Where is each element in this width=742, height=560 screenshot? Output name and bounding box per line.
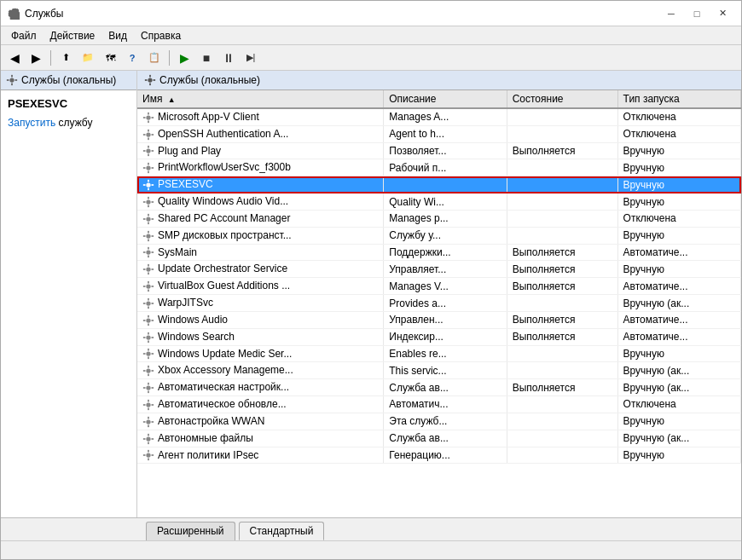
service-status-cell: Выполняется <box>507 379 617 396</box>
table-row[interactable]: Автоматическая настройк...Служба ав...Вы… <box>137 379 741 396</box>
up-button[interactable]: ⬆ <box>55 49 76 67</box>
start-service-link[interactable]: Запустить <box>8 117 55 129</box>
table-row[interactable]: Агент политики IPsecГенерацию...Вручную <box>137 447 741 464</box>
service-status-cell <box>507 108 617 125</box>
service-name-cell: Microsoft App-V Client <box>137 108 384 125</box>
service-startup-cell: Отключена <box>617 108 740 125</box>
svg-rect-19 <box>152 134 154 136</box>
stop-service-button[interactable]: ■ <box>196 49 217 67</box>
show-hide-button[interactable]: 📁 <box>78 49 98 67</box>
pause-service-button[interactable]: ⏸ <box>218 49 239 67</box>
service-startup-cell: Автоматиче... <box>617 244 740 261</box>
svg-rect-41 <box>148 214 149 216</box>
table-row[interactable]: Windows Update Medic Ser...Enables re...… <box>137 345 741 362</box>
svg-rect-84 <box>152 354 154 355</box>
table-row[interactable]: WarpJITSvcProvides a...Вручную (ак... <box>137 295 741 312</box>
services-table[interactable]: Имя ▲ Описание Состояние Тип запуска <box>137 90 741 517</box>
tab-extended[interactable]: Расширенный <box>146 522 235 540</box>
service-name-text: Xbox Accessory Manageme... <box>158 364 293 376</box>
col-description[interactable]: Описание <box>384 90 507 108</box>
close-button[interactable]: ✕ <box>710 5 734 22</box>
start-service-suffix: службу <box>55 117 92 129</box>
svg-rect-68 <box>143 303 146 304</box>
map-button[interactable]: 🗺 <box>100 49 120 67</box>
svg-rect-28 <box>143 167 146 169</box>
svg-rect-71 <box>148 315 149 318</box>
table-row[interactable]: Plug and PlayПозволяет...ВыполняетсяВруч… <box>137 142 741 159</box>
col-name[interactable]: Имя ▲ <box>137 90 384 108</box>
service-name-cell: SysMain <box>137 244 384 261</box>
svg-rect-33 <box>143 184 146 186</box>
tab-standard[interactable]: Стандартный <box>239 522 325 540</box>
svg-point-60 <box>146 284 150 288</box>
table-row[interactable]: VirtualBox Guest Additions ...Manages V.… <box>137 278 741 295</box>
menu-file[interactable]: Файл <box>4 28 43 43</box>
service-desc-cell: Manages V... <box>384 278 507 295</box>
svg-rect-61 <box>148 281 149 284</box>
service-desc-cell: Служба ав... <box>384 379 507 396</box>
table-row[interactable]: Автономные файлыСлужба ав...Вручную (ак.… <box>137 430 741 447</box>
service-status-cell <box>507 227 617 244</box>
table-row[interactable]: Автоматическое обновле...Автоматич...Отк… <box>137 396 741 413</box>
service-name-cell: Update Orchestrator Service <box>137 261 384 278</box>
table-row[interactable]: Windows AudioУправлен...ВыполняетсяАвтом… <box>137 311 741 328</box>
service-name-cell: OpenSSH Authentication A... <box>137 125 384 142</box>
svg-point-10 <box>146 115 150 119</box>
col-startup[interactable]: Тип запуска <box>617 90 740 108</box>
table-row[interactable]: Windows SearchИндексир...ВыполняетсяАвто… <box>137 328 741 345</box>
service-name-text: Microsoft App-V Client <box>158 111 259 123</box>
sort-arrow-name: ▲ <box>168 95 176 104</box>
service-name-text: Windows Audio <box>158 314 228 326</box>
right-panel-icon <box>144 74 156 86</box>
export-button[interactable]: 📋 <box>144 49 165 67</box>
service-startup-cell: Вручную (ак... <box>617 379 740 396</box>
menu-action[interactable]: Действие <box>43 28 102 43</box>
service-status-cell <box>507 413 617 430</box>
svg-rect-97 <box>148 407 149 410</box>
service-startup-cell: Вручную <box>617 193 740 211</box>
table-row[interactable]: PSEXESVCВручную <box>137 176 741 193</box>
table-row[interactable]: Quality Windows Audio Vid...Quality Wi..… <box>137 193 741 211</box>
svg-rect-53 <box>143 252 146 254</box>
svg-rect-29 <box>152 167 154 169</box>
svg-point-65 <box>146 301 150 305</box>
svg-rect-63 <box>143 286 146 287</box>
maximize-button[interactable]: □ <box>685 5 709 22</box>
help-btn[interactable]: ? <box>122 49 142 67</box>
table-row[interactable]: Update Orchestrator ServiceУправляет...В… <box>137 261 741 278</box>
svg-rect-113 <box>143 455 146 457</box>
service-startup-cell: Вручную (ак... <box>617 362 740 379</box>
svg-point-110 <box>146 453 150 458</box>
service-startup-cell: Вручную <box>617 159 740 176</box>
table-row[interactable]: SMP дисковых пространст...Службу у...Вру… <box>137 227 741 244</box>
svg-rect-26 <box>148 163 149 165</box>
table-row[interactable]: PrintWorkflowUserSvc_f300bРабочий п...Вр… <box>137 159 741 176</box>
svg-rect-103 <box>143 421 146 423</box>
service-desc-cell: Служба ав... <box>384 430 507 447</box>
menu-view[interactable]: Вид <box>101 28 134 43</box>
service-startup-cell: Вручную <box>617 227 740 244</box>
svg-rect-31 <box>148 180 149 182</box>
table-row[interactable]: Microsoft App-V ClientManages A...Отключ… <box>137 108 741 125</box>
back-button[interactable]: ◀ <box>4 49 25 67</box>
service-desc-cell: Enables re... <box>384 345 507 362</box>
table-row[interactable]: SysMainПоддержки...ВыполняетсяАвтоматиче… <box>137 244 741 261</box>
forward-button[interactable]: ▶ <box>26 49 46 67</box>
restart-service-button[interactable]: ▶| <box>241 49 261 67</box>
start-service-button[interactable]: ▶ <box>174 49 194 67</box>
menu-help[interactable]: Справка <box>134 28 188 43</box>
service-startup-cell: Отключена <box>617 125 740 142</box>
table-row[interactable]: Shared PC Account ManagerManages p...Отк… <box>137 210 741 227</box>
service-desc-cell: Позволяет... <box>384 142 507 159</box>
table-row[interactable]: OpenSSH Authentication A...Agent to h...… <box>137 125 741 142</box>
minimize-button[interactable]: ─ <box>659 5 683 22</box>
svg-rect-93 <box>143 387 146 389</box>
service-startup-cell: Вручную <box>617 413 740 430</box>
service-status-cell <box>507 210 617 227</box>
col-status[interactable]: Состояние <box>507 90 617 108</box>
table-row[interactable]: Автонастройка WWANЭта служб...Вручную <box>137 413 741 430</box>
svg-point-25 <box>146 166 150 170</box>
table-row[interactable]: Xbox Accessory Manageme...This servic...… <box>137 362 741 379</box>
svg-rect-82 <box>148 357 149 360</box>
svg-rect-109 <box>152 438 154 440</box>
